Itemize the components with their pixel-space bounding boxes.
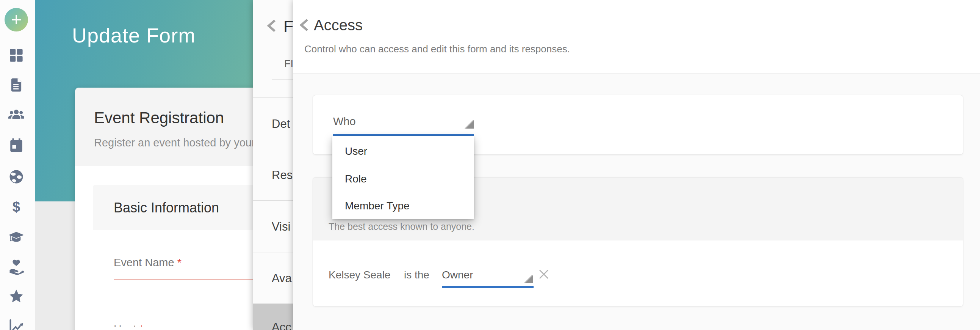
access-header: Access Control who can access and edit t…	[293, 0, 980, 73]
sidebar-item-featured[interactable]	[8, 287, 25, 305]
owner-user-name: Kelsey Seale	[329, 269, 390, 281]
settings-item-label: Visi	[272, 220, 290, 234]
menu-item-user[interactable]: User	[332, 139, 474, 164]
heart-hand-icon	[8, 259, 24, 275]
menu-item-label: Member Type	[345, 200, 410, 212]
settings-item-label: Acc	[272, 320, 291, 330]
sidebar-item-events[interactable]	[8, 137, 25, 154]
second-field-label-partial: Host *	[114, 323, 144, 327]
dollar-icon: $	[8, 199, 24, 215]
settings-item-label: Ava	[272, 272, 292, 285]
chevron-left-icon	[298, 19, 310, 32]
dashboard-icon	[8, 48, 24, 63]
basic-information-title: Basic Information	[114, 200, 219, 216]
access-title: Access	[314, 17, 363, 34]
sidebar-item-forms[interactable]	[8, 76, 25, 94]
remove-owner-button[interactable]	[538, 268, 550, 281]
settings-item-label: Res	[272, 168, 293, 182]
page-title: Update Form	[72, 24, 196, 47]
tab-fields[interactable]: FI	[284, 58, 293, 70]
sidebar-item-donations[interactable]	[8, 258, 25, 276]
menu-item-label: Role	[345, 173, 367, 185]
close-icon	[538, 268, 550, 281]
back-button[interactable]	[266, 19, 277, 32]
document-icon	[8, 77, 24, 93]
star-icon	[8, 288, 24, 304]
who-dropdown-menu: User Role Member Type	[332, 136, 474, 219]
event-card-header: Event Registration Register an event hos…	[75, 88, 272, 166]
owner-role-select[interactable]	[442, 286, 534, 288]
sidebar-item-website[interactable]	[8, 168, 25, 185]
sidebar-item-education[interactable]	[8, 229, 25, 246]
trending-chart-icon	[8, 319, 24, 330]
menu-item-role[interactable]: Role	[332, 167, 474, 191]
select-arrow-icon[interactable]	[524, 275, 533, 283]
sidebar-item-finance[interactable]: $	[8, 198, 25, 216]
settings-item-label: Det	[272, 117, 290, 131]
back-button[interactable]	[298, 19, 310, 32]
basic-information-section: Basic Information Event Name * Host *	[93, 185, 272, 330]
chevron-left-icon	[266, 19, 277, 32]
sidebar-item-reports[interactable]	[8, 318, 25, 330]
graduation-cap-icon	[8, 230, 24, 246]
sidebar-item-people[interactable]	[8, 106, 25, 124]
event-name-label: Event Name *	[114, 257, 181, 269]
menu-item-member-type[interactable]: Member Type	[332, 194, 474, 218]
calendar-icon	[8, 137, 24, 153]
event-card-subtitle: Register an event hosted by your organ	[94, 137, 272, 149]
sidebar-item-dashboard[interactable]	[8, 47, 25, 64]
select-arrow-icon[interactable]	[464, 120, 474, 129]
add-button[interactable]	[5, 8, 28, 32]
basic-information-header: Basic Information	[93, 185, 272, 230]
plus-icon	[10, 14, 22, 26]
required-asterisk: *	[140, 323, 144, 327]
people-icon	[8, 107, 24, 123]
second-field-label-text: Host	[114, 323, 137, 327]
dollar-glyph: $	[13, 199, 20, 215]
owner-role-value[interactable]: Owner	[442, 269, 473, 281]
menu-item-label: User	[345, 145, 367, 158]
app-sidebar: $	[0, 0, 35, 330]
event-card-title: Event Registration	[94, 109, 224, 127]
owner-row-connector: is the	[404, 269, 430, 281]
owner-section-caption: The best access known to anyone.	[329, 221, 474, 232]
form-settings-title: F	[283, 17, 293, 36]
event-name-input[interactable]	[114, 279, 272, 280]
who-select[interactable]	[333, 134, 474, 136]
event-name-label-text: Event Name	[114, 257, 174, 269]
access-subtitle: Control who can access and edit this for…	[304, 43, 570, 55]
event-registration-card: Event Registration Register an event hos…	[75, 88, 272, 330]
who-select-label: Who	[333, 115, 356, 128]
required-asterisk: *	[177, 257, 181, 269]
globe-icon	[8, 169, 24, 185]
